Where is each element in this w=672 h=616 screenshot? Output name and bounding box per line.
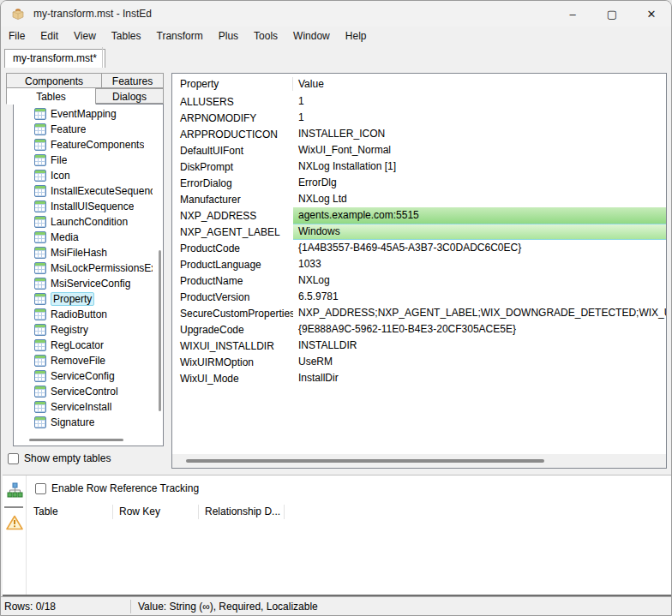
- property-value[interactable]: INSTALLDIR: [293, 338, 666, 354]
- tab-components[interactable]: Components: [6, 73, 102, 88]
- property-value[interactable]: NXLog: [293, 272, 666, 289]
- property-value-highlighted[interactable]: agents.example.com:5515: [293, 207, 666, 224]
- property-name[interactable]: ProductName: [172, 275, 293, 287]
- tree-item-icon[interactable]: Icon: [14, 168, 158, 183]
- property-row[interactable]: ProductVersion6.5.9781: [172, 289, 666, 305]
- menu-plus[interactable]: Plus: [211, 28, 246, 44]
- menu-transform[interactable]: Transform: [149, 28, 211, 44]
- tree-item-installuisequence[interactable]: InstallUISequence: [14, 199, 158, 214]
- scrollbar-thumb[interactable]: [186, 459, 544, 463]
- property-value[interactable]: NXP_ADDRESS;NXP_AGENT_LABEL;WIX_DOWNGRAD…: [293, 305, 666, 321]
- property-name[interactable]: ARPNOMODIFY: [172, 112, 293, 124]
- tree-item-file[interactable]: File: [14, 153, 158, 168]
- property-row[interactable]: ErrorDialogErrorDlg: [172, 175, 666, 191]
- tree-item-property[interactable]: Property: [14, 291, 158, 307]
- tree-item-servicecontrol[interactable]: ServiceControl: [14, 384, 158, 399]
- property-row[interactable]: ALLUSERS1: [172, 93, 666, 110]
- property-value[interactable]: NXLog Installation [1]: [293, 158, 666, 175]
- menu-tools[interactable]: Tools: [246, 28, 285, 44]
- property-name[interactable]: NXP_ADDRESS: [172, 210, 293, 222]
- property-row[interactable]: ARPNOMODIFY1: [172, 110, 666, 126]
- tree-item-msifilehash[interactable]: MsiFileHash: [14, 245, 158, 260]
- property-row-nxp-address[interactable]: NXP_ADDRESSagents.example.com:5515: [172, 207, 666, 224]
- property-value-highlighted-focused[interactable]: Windows: [293, 224, 666, 240]
- column-header-property[interactable]: Property: [172, 77, 293, 91]
- property-value[interactable]: 6.5.9781: [293, 289, 666, 305]
- menu-edit[interactable]: Edit: [33, 28, 66, 44]
- property-value[interactable]: {9E888A9C-5962-11E0-B4E3-20CF305ACE5E}: [293, 321, 666, 338]
- property-value[interactable]: INSTALLER_ICON: [293, 126, 666, 142]
- property-name[interactable]: WIXUI_INSTALLDIR: [172, 340, 293, 352]
- property-value[interactable]: InstallDir: [293, 370, 666, 386]
- property-row[interactable]: UpgradeCode{9E888A9C-5962-11E0-B4E3-20CF…: [172, 321, 666, 338]
- property-value[interactable]: NXLog Ltd: [293, 191, 666, 207]
- property-name[interactable]: Manufacturer: [172, 194, 293, 206]
- property-value[interactable]: {1A4B3557-B469-45A5-A3B7-3C0DADC6C0EC}: [293, 240, 666, 256]
- property-row[interactable]: ManufacturerNXLog Ltd: [172, 191, 666, 207]
- tree-item-eventmapping[interactable]: EventMapping: [14, 106, 158, 122]
- property-name[interactable]: DiskPrompt: [172, 161, 293, 173]
- property-grid-horizontal-scrollbar[interactable]: [172, 454, 666, 468]
- property-name[interactable]: ALLUSERS: [172, 96, 293, 108]
- property-row[interactable]: DiskPromptNXLog Installation [1]: [172, 158, 666, 175]
- tree-item-msilockpermissionsex[interactable]: MsiLockPermissionsEx: [14, 260, 158, 276]
- column-header-relationship[interactable]: Relationship D...: [199, 505, 285, 519]
- close-button[interactable]: ✕: [632, 1, 671, 27]
- property-row[interactable]: ProductCode{1A4B3557-B469-45A5-A3B7-3C0D…: [172, 240, 666, 256]
- property-name[interactable]: WixUI_Mode: [172, 373, 293, 385]
- property-value[interactable]: 1: [293, 93, 666, 110]
- column-header-value[interactable]: Value: [293, 78, 666, 90]
- tree-item-installexecutesequence[interactable]: InstallExecuteSequence: [14, 183, 158, 199]
- tree-item-radiobutton[interactable]: RadioButton: [14, 307, 158, 322]
- property-row[interactable]: WIXUI_INSTALLDIRINSTALLDIR: [172, 338, 666, 354]
- property-row-nxp-agent-label[interactable]: NXP_AGENT_LABELWindows: [172, 224, 666, 240]
- property-row[interactable]: ARPPRODUCTICONINSTALLER_ICON: [172, 126, 666, 142]
- property-value[interactable]: ErrorDlg: [293, 175, 666, 191]
- tree-vertical-scrollbar[interactable]: [159, 250, 161, 411]
- maximize-button[interactable]: ▢: [592, 1, 632, 27]
- menu-window[interactable]: Window: [285, 28, 338, 44]
- menu-help[interactable]: Help: [338, 28, 375, 44]
- property-name[interactable]: ARPPRODUCTICON: [172, 129, 293, 141]
- tab-features[interactable]: Features: [101, 73, 164, 88]
- property-name[interactable]: NXP_AGENT_LABEL: [172, 226, 293, 238]
- property-name[interactable]: DefaultUIFont: [172, 145, 293, 157]
- tree-item-msiserviceconfig[interactable]: MsiServiceConfig: [14, 276, 158, 291]
- tab-tables[interactable]: Tables: [6, 87, 96, 105]
- menu-file[interactable]: File: [1, 28, 33, 44]
- column-header-row-key[interactable]: Row Key: [113, 505, 199, 519]
- menu-view[interactable]: View: [66, 28, 104, 44]
- tree-item-signature[interactable]: Signature: [14, 415, 158, 430]
- enable-tracking-checkbox[interactable]: [35, 483, 46, 494]
- tree-item-featurecomponents[interactable]: FeatureComponents: [14, 137, 158, 153]
- minimize-button[interactable]: –: [553, 1, 592, 27]
- tree-item-feature[interactable]: Feature: [14, 122, 158, 137]
- property-value[interactable]: WixUI_Font_Normal: [293, 142, 666, 158]
- menu-tables[interactable]: Tables: [104, 28, 149, 44]
- property-name[interactable]: ProductLanguage: [172, 259, 293, 271]
- tree-item-launchcondition[interactable]: LaunchCondition: [14, 214, 158, 230]
- property-name[interactable]: ErrorDialog: [172, 177, 293, 189]
- property-name[interactable]: ProductCode: [172, 242, 293, 254]
- property-name[interactable]: WixUIRMOption: [172, 356, 293, 368]
- property-row[interactable]: SecureCustomPropertiesNXP_ADDRESS;NXP_AG…: [172, 305, 666, 321]
- property-name[interactable]: UpgradeCode: [172, 324, 293, 336]
- document-tab[interactable]: my-transform.mst*: [4, 49, 105, 68]
- property-row[interactable]: DefaultUIFontWixUI_Font_Normal: [172, 142, 666, 158]
- property-name[interactable]: SecureCustomProperties: [172, 308, 293, 320]
- tree-item-removefile[interactable]: RemoveFile: [14, 353, 158, 368]
- tree-item-registry[interactable]: Registry: [14, 322, 158, 338]
- column-header-table[interactable]: Table: [27, 505, 113, 519]
- property-value[interactable]: 1033: [293, 256, 666, 272]
- property-name[interactable]: ProductVersion: [172, 291, 293, 303]
- tree-item-serviceinstall[interactable]: ServiceInstall: [14, 399, 158, 415]
- show-empty-tables-checkbox[interactable]: [8, 453, 19, 464]
- tree-item-reglocator[interactable]: RegLocator: [14, 338, 158, 353]
- property-row[interactable]: WixUIRMOptionUseRM: [172, 354, 666, 370]
- property-value[interactable]: 1: [293, 110, 666, 126]
- tree-item-serviceconfig[interactable]: ServiceConfig: [14, 368, 158, 384]
- property-value[interactable]: UseRM: [293, 354, 666, 370]
- tab-dialogs[interactable]: Dialogs: [95, 88, 164, 104]
- property-row[interactable]: ProductNameNXLog: [172, 272, 666, 289]
- property-row[interactable]: ProductLanguage1033: [172, 256, 666, 272]
